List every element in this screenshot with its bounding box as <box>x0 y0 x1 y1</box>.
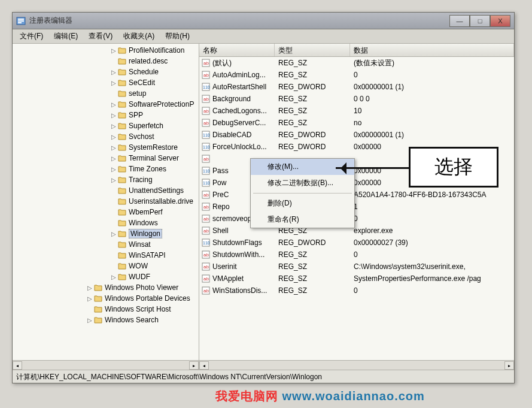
list-row[interactable]: abUserinitREG_SZC:\Windows\system32\user… <box>199 261 514 273</box>
column-data[interactable]: 数据 <box>350 44 514 56</box>
list-row[interactable]: abDebugServerC...REG_SZno <box>199 117 514 129</box>
svg-text:110: 110 <box>203 85 210 89</box>
expand-icon[interactable]: ▷ <box>111 69 117 75</box>
tree-item[interactable]: WbemPerf <box>15 207 199 217</box>
menu-file[interactable]: 文件(F) <box>15 29 48 43</box>
expand-icon[interactable]: ▷ <box>111 155 117 162</box>
maximize-button[interactable]: □ <box>470 15 490 27</box>
list-row[interactable]: 110AutoRestartShellREG_DWORD0x00000001 (… <box>199 81 514 93</box>
tree-item-label: WbemPerf <box>129 208 163 216</box>
tree-item[interactable]: ▷Schedule <box>15 67 199 77</box>
expand-icon[interactable]: ▷ <box>111 144 117 151</box>
expand-icon[interactable]: ▷ <box>111 112 117 119</box>
list-row[interactable]: abRepo1 <box>199 201 514 213</box>
context-menu-modify-binary[interactable]: 修改二进制数据(B)... <box>251 175 354 191</box>
tree-item[interactable]: ▷Time Zones <box>15 164 199 174</box>
expand-icon[interactable]: ▷ <box>111 47 117 54</box>
value-icon: ab <box>202 250 210 259</box>
scroll-left-icon[interactable]: ◂ <box>13 361 22 370</box>
value-name: WinStationsDis... <box>212 286 267 295</box>
list-row[interactable]: abVMAppletREG_SZSystemPropertiesPerforma… <box>199 273 514 285</box>
tree-item[interactable]: ▷Windows Portable Devices <box>15 293 199 304</box>
tree-item[interactable]: setup <box>15 88 199 99</box>
folder-icon <box>118 208 126 216</box>
expand-icon[interactable]: ▷ <box>87 317 93 324</box>
menu-edit[interactable]: 编辑(E) <box>49 29 83 43</box>
menu-view[interactable]: 查看(V) <box>84 29 117 43</box>
list-row[interactable]: abPreCA520A1A4-1780-4FF6-BD18-167343C5A <box>199 189 514 201</box>
list-row[interactable]: abWinStationsDis...REG_SZ0 <box>199 285 514 297</box>
list-row[interactable]: 110ShutdownFlagsREG_DWORD0x00000027 (39) <box>199 237 514 249</box>
menu-favorites[interactable]: 收藏夹(A) <box>118 29 159 43</box>
folder-icon <box>118 90 126 97</box>
value-data: 0 0 0 <box>350 95 514 103</box>
tree-item[interactable]: ▷SPP <box>15 110 199 120</box>
value-name: CachedLogons... <box>212 107 267 115</box>
list-row[interactable]: abCachedLogons...REG_SZ10 <box>199 105 514 117</box>
tree-item[interactable]: ▷WUDF <box>15 271 199 282</box>
scroll-right-icon[interactable]: ▸ <box>189 361 199 370</box>
tree-item[interactable]: Windows Script Host <box>15 304 199 315</box>
scroll-right-icon[interactable]: ▸ <box>504 361 514 370</box>
tree-item[interactable]: ▷Tracing <box>15 174 199 185</box>
value-type: REG_SZ <box>275 250 350 259</box>
tree-item[interactable]: ▷Windows Photo Viewer <box>15 282 199 293</box>
tree-item[interactable]: Userinstallable.drive <box>15 196 199 207</box>
svg-text:110: 110 <box>203 169 210 173</box>
expand-icon[interactable]: ▷ <box>111 101 117 108</box>
tree-item[interactable]: ▷Winlogon <box>15 228 199 239</box>
value-name: AutoAdminLog... <box>212 71 266 79</box>
tree-item-label: ProfileNotification <box>129 46 184 55</box>
value-data: 10 <box>350 107 514 115</box>
expand-icon[interactable]: ▷ <box>111 166 117 173</box>
list-row[interactable]: abscremoveoptionREG_SZ0 <box>199 213 514 225</box>
titlebar[interactable]: 注册表编辑器 — □ X <box>13 13 514 29</box>
tree-item-label: SeCEdit <box>129 78 155 87</box>
list-row[interactable]: abShellREG_SZexplorer.exe <box>199 225 514 237</box>
list-row[interactable]: abAutoAdminLog...REG_SZ0 <box>199 69 514 81</box>
expand-icon[interactable]: ▷ <box>87 285 93 291</box>
context-menu-rename[interactable]: 重命名(R) <box>251 211 354 228</box>
close-button[interactable]: X <box>490 15 510 27</box>
tree-item[interactable]: related.desc <box>15 56 199 67</box>
menu-help[interactable]: 帮助(H) <box>160 29 194 43</box>
tree-item[interactable]: ▷SystemRestore <box>15 142 199 153</box>
tree-item[interactable]: ▷Svchost <box>15 131 199 142</box>
tree-item-label: Svchost <box>129 132 154 141</box>
list-row[interactable]: abShutdownWith...REG_SZ0 <box>199 249 514 261</box>
tree-view[interactable]: ▷ProfileNotificationrelated.desc▷Schedul… <box>13 44 199 360</box>
column-name[interactable]: 名称 <box>199 44 275 56</box>
tree-item[interactable]: ▷SeCEdit <box>15 77 199 88</box>
tree-horizontal-scrollbar[interactable]: ◂ ▸ <box>13 360 199 370</box>
list-row[interactable]: abBackgroundREG_SZ0 0 0 <box>199 93 514 105</box>
tree-item[interactable]: UnattendSettings <box>15 185 199 196</box>
tree-item[interactable]: WinSATAPI <box>15 250 199 261</box>
tree-item[interactable]: ▷Superfetch <box>15 120 199 131</box>
tree-item[interactable]: ▷Windows Search <box>15 315 199 325</box>
scroll-left-icon[interactable]: ◂ <box>199 361 209 370</box>
context-menu-delete[interactable]: 删除(D) <box>251 195 354 211</box>
tree-item[interactable]: ▷Terminal Server <box>15 153 199 164</box>
list-horizontal-scrollbar[interactable]: ◂ ▸ <box>199 360 514 370</box>
column-type[interactable]: 类型 <box>275 44 350 56</box>
minimize-button[interactable]: — <box>449 15 470 27</box>
expand-icon[interactable]: ▷ <box>111 80 117 86</box>
tree-item[interactable]: WOW <box>15 261 199 271</box>
expand-icon[interactable]: ▷ <box>111 134 117 140</box>
watermark-text-1: 我爱电脑网 <box>215 389 278 403</box>
list-row[interactable]: ab(默认)REG_SZ(数值未设置) <box>199 57 514 69</box>
value-data: 0x00000027 (39) <box>350 238 514 247</box>
expand-icon[interactable]: ▷ <box>111 274 117 280</box>
tree-item[interactable]: Windows <box>15 217 199 228</box>
tree-item[interactable]: ▷ProfileNotification <box>15 45 199 56</box>
expand-icon[interactable]: ▷ <box>111 123 117 129</box>
tree-item[interactable]: Winsat <box>15 239 199 250</box>
list-view[interactable]: ab(默认)REG_SZ(数值未设置)abAutoAdminLog...REG_… <box>199 57 514 360</box>
tree-item[interactable]: ▷SoftwareProtectionP <box>15 99 199 110</box>
tree-item-label: setup <box>129 89 146 98</box>
expand-icon[interactable]: ▷ <box>111 177 117 183</box>
expand-icon[interactable]: ▷ <box>87 295 93 302</box>
list-row[interactable]: 110DisableCADREG_DWORD0x00000001 (1) <box>199 129 514 141</box>
value-type: REG_DWORD <box>275 83 350 91</box>
expand-icon[interactable]: ▷ <box>111 231 117 237</box>
